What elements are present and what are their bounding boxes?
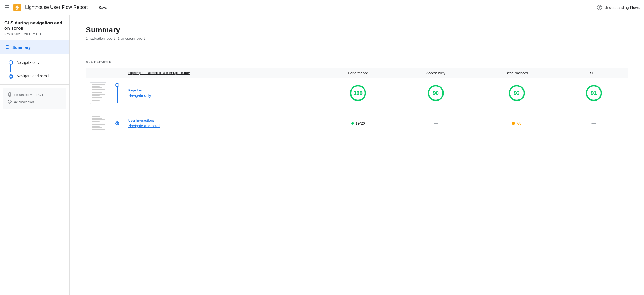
summary-section: Summary 1 navigation report · 1 timespan… — [70, 15, 644, 51]
device-moto-label: Emulated Moto G4 — [14, 93, 43, 97]
score-cell-1-best-practices: 93 — [474, 78, 559, 108]
main-layout: CLS during navigation and on scroll Nov … — [0, 15, 644, 295]
summary-label: Summary — [12, 45, 31, 50]
device-item-slowdown: 4x slowdown — [8, 98, 62, 106]
svg-rect-4 — [5, 46, 5, 47]
device-slowdown-label: 4x slowdown — [14, 100, 34, 104]
device-slowdown-icon — [8, 99, 12, 105]
sidebar-navigate-scroll-label: Navigate and scroll — [17, 74, 49, 78]
score-cell-2-best-practices: 7/8 — [474, 108, 559, 139]
question-icon: ? — [597, 5, 602, 10]
svg-rect-3 — [6, 45, 9, 46]
clock-icon — [9, 75, 12, 78]
svg-rect-6 — [5, 48, 5, 49]
device-phone-icon — [8, 92, 12, 97]
report-date: Nov 3, 2021, 7:00 AM CDT — [0, 32, 69, 40]
report-info-cell-2: User interactions Navigate and scroll — [124, 108, 319, 139]
col-performance: Performance — [319, 68, 398, 78]
dash-2: — — [592, 121, 596, 126]
svg-rect-12 — [9, 96, 10, 96]
report-name-1[interactable]: Navigate only — [128, 93, 314, 98]
phone-icon — [8, 92, 12, 97]
col-seo: SEO — [559, 68, 628, 78]
thumbnail-2 — [90, 113, 106, 134]
svg-rect-7 — [6, 48, 9, 49]
report-type-1: Page load — [128, 88, 314, 92]
thumb-lines-2 — [90, 113, 106, 134]
score-cell-2-performance: 19/20 — [319, 108, 398, 139]
report-title: CLS during navigation and on scroll — [0, 15, 69, 32]
report-name-2[interactable]: Navigate and scroll — [128, 124, 314, 128]
reports-table: https://pie-charmed-treatment.glitch.me/… — [86, 68, 628, 138]
table-clock-icon — [116, 122, 119, 125]
score-cell-2-accessibility: — — [398, 108, 474, 139]
svg-rect-2 — [5, 45, 5, 46]
clock-dot-icon — [9, 74, 13, 79]
report-type-2: User interactions — [128, 119, 314, 123]
dash-1: — — [434, 121, 438, 126]
device-section: Emulated Moto G4 4x slowdown — [3, 88, 66, 109]
main-content: Summary 1 navigation report · 1 timespan… — [70, 15, 644, 295]
app-title: Lighthouse User Flow Report — [25, 5, 88, 10]
gear-icon — [8, 99, 12, 104]
partial-score-78: 7/8 — [478, 121, 555, 126]
svg-line-10 — [11, 76, 11, 77]
menu-icon[interactable]: ☰ — [4, 4, 9, 11]
thumb-cell-2 — [86, 108, 111, 139]
svg-line-16 — [117, 123, 118, 124]
summary-title: Summary — [86, 26, 628, 34]
summary-list-icon — [4, 44, 9, 49]
partial-score-1920: 19/20 — [323, 121, 393, 126]
orange-square-icon — [512, 122, 515, 125]
understanding-flows-link[interactable]: ? Understanding Flows — [597, 5, 640, 10]
sidebar-flow-items: Navigate only Navigate and scroll — [0, 54, 69, 84]
nav-dot-icon — [9, 60, 13, 65]
report-info-cell-1: Page load Navigate only — [124, 78, 319, 108]
device-item-moto: Emulated Moto G4 — [8, 91, 62, 98]
score-circle-93: 93 — [509, 85, 525, 101]
url-link[interactable]: https://pie-charmed-treatment.glitch.me/ — [128, 71, 190, 75]
svg-point-13 — [9, 101, 10, 102]
score-circle-90: 90 — [428, 85, 444, 101]
header-left: ☰ Lighthouse User Flow Report Save — [4, 4, 107, 11]
score-circle-100: 100 — [350, 85, 366, 101]
thumbnail-1 — [90, 82, 106, 104]
app-header: ☰ Lighthouse User Flow Report Save ? Und… — [0, 0, 644, 15]
lighthouse-logo-icon — [13, 4, 21, 11]
url-header-cell: https://pie-charmed-treatment.glitch.me/ — [124, 68, 319, 78]
report-row-2: User interactions Navigate and scroll 19… — [86, 108, 628, 139]
partial-text-78: 7/8 — [516, 121, 521, 126]
score-cell-2-seo: — — [559, 108, 628, 139]
list-icon — [4, 44, 9, 50]
all-reports-section: ALL REPORTS https://pie-charmed-treatmen… — [70, 51, 644, 147]
table-line-1 — [117, 87, 118, 103]
connector-header-cell — [111, 68, 124, 78]
report-row-1: Page load Navigate only 100 90 93 — [86, 78, 628, 108]
col-accessibility: Accessibility — [398, 68, 474, 78]
sidebar-flow-item-1[interactable]: Navigate only — [0, 58, 69, 72]
connector-cell-2 — [111, 108, 124, 139]
table-header-row: https://pie-charmed-treatment.glitch.me/… — [86, 68, 628, 78]
score-cell-1-performance: 100 — [319, 78, 398, 108]
sidebar-item-summary[interactable]: Summary — [0, 40, 69, 54]
understanding-flows-label: Understanding Flows — [604, 5, 640, 10]
table-nav-dot-icon — [115, 83, 119, 87]
thumb-header-cell — [86, 68, 111, 78]
sidebar-flow-item-2[interactable]: Navigate and scroll — [0, 72, 69, 81]
all-reports-label: ALL REPORTS — [86, 60, 628, 64]
sidebar-navigate-only-label: Navigate only — [17, 60, 39, 65]
thumb-cell-1 — [86, 78, 111, 108]
score-cell-1-seo: 91 — [559, 78, 628, 108]
col-best-practices: Best Practices — [474, 68, 559, 78]
score-cell-1-accessibility: 90 — [398, 78, 474, 108]
save-button[interactable]: Save — [98, 5, 107, 10]
summary-subtitle: 1 navigation report · 1 timespan report — [86, 36, 628, 40]
sidebar-divider-3 — [0, 84, 69, 85]
score-circle-91: 91 — [586, 85, 602, 101]
thumb-lines-1 — [90, 83, 106, 104]
green-dot-icon — [351, 122, 354, 125]
partial-text-1920: 19/20 — [356, 121, 365, 126]
svg-rect-5 — [6, 47, 9, 47]
connector-cell-1 — [111, 78, 124, 108]
timeline-line — [10, 65, 11, 72]
